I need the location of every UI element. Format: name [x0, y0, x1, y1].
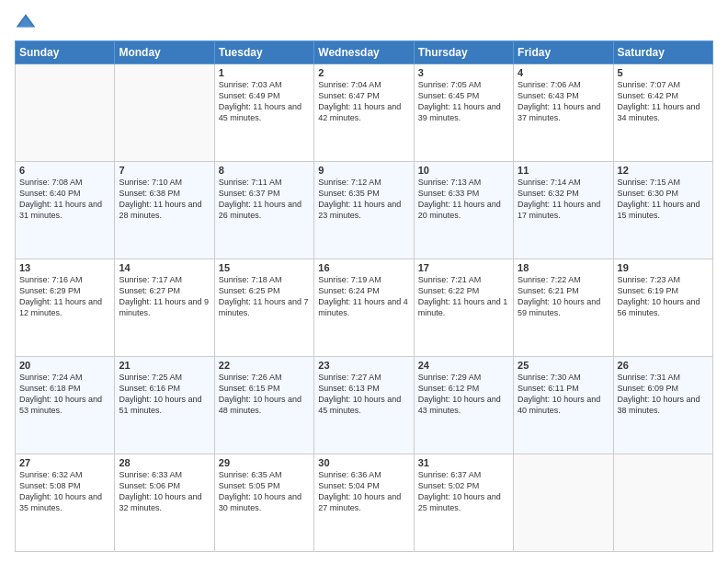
calendar-cell: 1Sunrise: 7:03 AMSunset: 6:49 PMDaylight… — [214, 64, 313, 162]
calendar-cell: 20Sunrise: 7:24 AMSunset: 6:18 PMDayligh… — [16, 357, 115, 454]
day-info: Sunrise: 7:16 AMSunset: 6:29 PMDaylight:… — [19, 274, 110, 319]
calendar-cell: 9Sunrise: 7:12 AMSunset: 6:35 PMDaylight… — [314, 162, 414, 259]
calendar-cell: 21Sunrise: 7:25 AMSunset: 6:16 PMDayligh… — [115, 357, 214, 454]
day-number: 30 — [318, 457, 409, 468]
day-number: 14 — [119, 262, 210, 273]
day-number: 20 — [19, 360, 110, 371]
day-info: Sunrise: 7:25 AMSunset: 6:16 PMDaylight:… — [119, 372, 210, 417]
day-info: Sunrise: 6:36 AMSunset: 5:04 PMDaylight:… — [318, 469, 409, 514]
calendar-cell: 5Sunrise: 7:07 AMSunset: 6:42 PMDaylight… — [613, 64, 712, 162]
day-number: 2 — [318, 67, 409, 78]
calendar-cell: 8Sunrise: 7:11 AMSunset: 6:37 PMDaylight… — [214, 162, 313, 259]
day-info: Sunrise: 6:32 AMSunset: 5:08 PMDaylight:… — [19, 469, 110, 514]
calendar-cell: 27Sunrise: 6:32 AMSunset: 5:08 PMDayligh… — [16, 454, 115, 552]
day-info: Sunrise: 7:24 AMSunset: 6:18 PMDaylight:… — [19, 372, 110, 417]
weekday-header: Wednesday — [314, 41, 414, 64]
weekday-header: Friday — [514, 41, 613, 64]
logo-icon — [15, 11, 37, 33]
day-number: 25 — [518, 360, 609, 371]
day-number: 31 — [418, 457, 509, 468]
calendar-cell: 4Sunrise: 7:06 AMSunset: 6:43 PMDaylight… — [514, 64, 613, 162]
day-info: Sunrise: 6:37 AMSunset: 5:02 PMDaylight:… — [418, 469, 509, 514]
logo — [15, 11, 40, 33]
day-info: Sunrise: 7:10 AMSunset: 6:38 PMDaylight:… — [119, 177, 210, 222]
calendar-cell: 18Sunrise: 7:22 AMSunset: 6:21 PMDayligh… — [514, 259, 613, 357]
calendar-cell: 11Sunrise: 7:14 AMSunset: 6:32 PMDayligh… — [514, 162, 613, 259]
calendar-cell: 25Sunrise: 7:30 AMSunset: 6:11 PMDayligh… — [514, 357, 613, 454]
day-info: Sunrise: 6:35 AMSunset: 5:05 PMDaylight:… — [219, 469, 310, 514]
day-info: Sunrise: 7:13 AMSunset: 6:33 PMDaylight:… — [418, 177, 509, 222]
day-number: 19 — [618, 262, 709, 273]
calendar-week-row: 13Sunrise: 7:16 AMSunset: 6:29 PMDayligh… — [16, 259, 713, 357]
day-number: 7 — [119, 165, 210, 176]
day-info: Sunrise: 7:19 AMSunset: 6:24 PMDaylight:… — [318, 274, 409, 319]
calendar-week-row: 6Sunrise: 7:08 AMSunset: 6:40 PMDaylight… — [16, 162, 713, 259]
day-info: Sunrise: 7:23 AMSunset: 6:19 PMDaylight:… — [618, 274, 709, 319]
calendar-cell: 16Sunrise: 7:19 AMSunset: 6:24 PMDayligh… — [314, 259, 414, 357]
calendar-cell — [514, 454, 613, 552]
calendar-cell: 28Sunrise: 6:33 AMSunset: 5:06 PMDayligh… — [115, 454, 214, 552]
day-number: 17 — [418, 262, 509, 273]
day-info: Sunrise: 7:14 AMSunset: 6:32 PMDaylight:… — [518, 177, 609, 222]
day-number: 8 — [219, 165, 310, 176]
day-number: 5 — [618, 67, 709, 78]
calendar-cell: 23Sunrise: 7:27 AMSunset: 6:13 PMDayligh… — [314, 357, 414, 454]
calendar-cell: 2Sunrise: 7:04 AMSunset: 6:47 PMDaylight… — [314, 64, 414, 162]
calendar-cell: 12Sunrise: 7:15 AMSunset: 6:30 PMDayligh… — [613, 162, 712, 259]
calendar-cell: 22Sunrise: 7:26 AMSunset: 6:15 PMDayligh… — [214, 357, 313, 454]
weekday-header: Thursday — [414, 41, 513, 64]
day-info: Sunrise: 7:29 AMSunset: 6:12 PMDaylight:… — [418, 372, 509, 417]
weekday-header: Monday — [115, 41, 214, 64]
day-info: Sunrise: 7:07 AMSunset: 6:42 PMDaylight:… — [618, 79, 709, 124]
day-info: Sunrise: 7:12 AMSunset: 6:35 PMDaylight:… — [318, 177, 409, 222]
day-info: Sunrise: 7:30 AMSunset: 6:11 PMDaylight:… — [518, 372, 609, 417]
day-info: Sunrise: 7:26 AMSunset: 6:15 PMDaylight:… — [219, 372, 310, 417]
calendar-cell: 14Sunrise: 7:17 AMSunset: 6:27 PMDayligh… — [115, 259, 214, 357]
calendar-cell: 10Sunrise: 7:13 AMSunset: 6:33 PMDayligh… — [414, 162, 513, 259]
day-number: 3 — [418, 67, 509, 78]
day-number: 16 — [318, 262, 409, 273]
day-number: 4 — [518, 67, 609, 78]
day-info: Sunrise: 7:06 AMSunset: 6:43 PMDaylight:… — [518, 79, 609, 124]
day-info: Sunrise: 7:18 AMSunset: 6:25 PMDaylight:… — [219, 274, 310, 319]
calendar-cell: 30Sunrise: 6:36 AMSunset: 5:04 PMDayligh… — [314, 454, 414, 552]
day-info: Sunrise: 7:22 AMSunset: 6:21 PMDaylight:… — [518, 274, 609, 319]
day-info: Sunrise: 7:04 AMSunset: 6:47 PMDaylight:… — [318, 79, 409, 124]
day-number: 24 — [418, 360, 509, 371]
header — [15, 11, 713, 33]
weekday-header: Saturday — [613, 41, 712, 64]
day-number: 9 — [318, 165, 409, 176]
day-number: 23 — [318, 360, 409, 371]
calendar-cell — [613, 454, 712, 552]
day-info: Sunrise: 7:15 AMSunset: 6:30 PMDaylight:… — [618, 177, 709, 222]
day-number: 28 — [119, 457, 210, 468]
day-number: 11 — [518, 165, 609, 176]
calendar-cell: 3Sunrise: 7:05 AMSunset: 6:45 PMDaylight… — [414, 64, 513, 162]
calendar-cell: 17Sunrise: 7:21 AMSunset: 6:22 PMDayligh… — [414, 259, 513, 357]
calendar-week-row: 20Sunrise: 7:24 AMSunset: 6:18 PMDayligh… — [16, 357, 713, 454]
day-number: 13 — [19, 262, 110, 273]
day-info: Sunrise: 6:33 AMSunset: 5:06 PMDaylight:… — [119, 469, 210, 514]
day-number: 27 — [19, 457, 110, 468]
day-info: Sunrise: 7:17 AMSunset: 6:27 PMDaylight:… — [119, 274, 210, 319]
day-number: 22 — [219, 360, 310, 371]
day-info: Sunrise: 7:27 AMSunset: 6:13 PMDaylight:… — [318, 372, 409, 417]
calendar-cell: 13Sunrise: 7:16 AMSunset: 6:29 PMDayligh… — [16, 259, 115, 357]
calendar-cell: 29Sunrise: 6:35 AMSunset: 5:05 PMDayligh… — [214, 454, 313, 552]
calendar-cell: 6Sunrise: 7:08 AMSunset: 6:40 PMDaylight… — [16, 162, 115, 259]
calendar-table: SundayMondayTuesdayWednesdayThursdayFrid… — [15, 40, 713, 552]
calendar-cell — [16, 64, 115, 162]
calendar-cell: 15Sunrise: 7:18 AMSunset: 6:25 PMDayligh… — [214, 259, 313, 357]
calendar-cell: 31Sunrise: 6:37 AMSunset: 5:02 PMDayligh… — [414, 454, 513, 552]
calendar-cell — [115, 64, 214, 162]
weekday-header-row: SundayMondayTuesdayWednesdayThursdayFrid… — [16, 41, 713, 64]
day-number: 15 — [219, 262, 310, 273]
day-info: Sunrise: 7:03 AMSunset: 6:49 PMDaylight:… — [219, 79, 310, 124]
day-number: 21 — [119, 360, 210, 371]
calendar-week-row: 1Sunrise: 7:03 AMSunset: 6:49 PMDaylight… — [16, 64, 713, 162]
day-number: 29 — [219, 457, 310, 468]
weekday-header: Sunday — [16, 41, 115, 64]
day-number: 18 — [518, 262, 609, 273]
calendar-cell: 26Sunrise: 7:31 AMSunset: 6:09 PMDayligh… — [613, 357, 712, 454]
day-info: Sunrise: 7:21 AMSunset: 6:22 PMDaylight:… — [418, 274, 509, 319]
